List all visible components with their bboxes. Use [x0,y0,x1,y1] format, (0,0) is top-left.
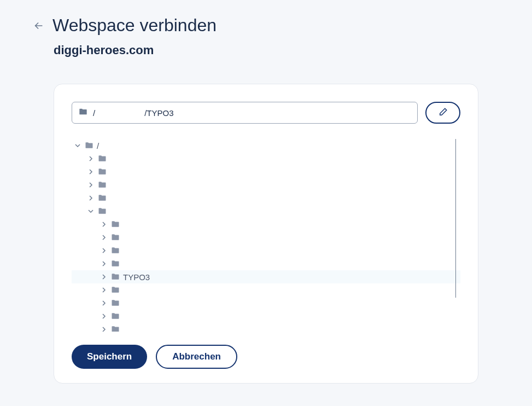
folder-icon [111,312,120,321]
folder-tree: /TYPO3 [72,139,460,332]
folder-icon [111,286,120,295]
chevron-right-icon[interactable] [87,155,95,163]
tree-item[interactable] [72,244,460,257]
chevron-right-icon[interactable] [100,247,108,254]
path-segment: /TYPO3 [144,108,173,118]
folder-icon [111,272,120,282]
page-subtitle: diggi-heroes.com [54,43,499,57]
chevron-right-icon[interactable] [100,234,108,241]
path-prefix: / [93,108,95,118]
save-button[interactable]: Speichern [72,345,147,369]
cancel-button[interactable]: Abbrechen [156,345,237,369]
chevron-right-icon[interactable] [87,168,95,176]
tree-item[interactable] [72,178,460,192]
chevron-right-icon[interactable] [100,273,108,281]
tree-item[interactable] [72,283,460,297]
folder-icon [98,194,107,203]
scrollbar[interactable] [455,139,456,298]
edit-path-button[interactable] [425,102,460,124]
tree-item[interactable] [72,152,460,165]
chevron-right-icon[interactable] [100,299,108,307]
chevron-down-icon[interactable] [74,142,81,149]
tree-item[interactable] [72,165,460,178]
folder-icon [111,233,120,242]
chevron-right-icon[interactable] [100,260,108,268]
chevron-right-icon[interactable] [100,326,108,332]
back-arrow-icon[interactable] [33,20,45,32]
tree-item[interactable] [72,310,460,323]
folder-icon [111,259,120,269]
pencil-icon [438,107,448,119]
webspace-card: / /TYPO3 /TYPO3 Speichern Abbrechen [54,84,478,384]
chevron-down-icon[interactable] [87,207,95,215]
tree-item[interactable] [72,205,460,218]
folder-icon [111,220,120,229]
folder-icon [98,154,107,164]
tree-item[interactable] [72,297,460,310]
tree-item[interactable] [72,218,460,231]
folder-icon [98,181,107,190]
chevron-right-icon[interactable] [100,286,108,294]
folder-icon [98,207,107,216]
tree-item[interactable]: / [72,139,460,152]
folder-icon [85,141,93,150]
tree-item[interactable] [72,257,460,270]
folder-icon [98,167,107,177]
chevron-right-icon[interactable] [87,181,95,189]
path-input[interactable]: / /TYPO3 [72,102,418,124]
page-title: Webspace verbinden [52,15,217,36]
chevron-right-icon[interactable] [100,221,108,228]
folder-icon [111,299,120,308]
folder-icon [79,108,87,118]
folder-icon [111,325,120,332]
tree-item[interactable]: TYPO3 [72,270,460,283]
chevron-right-icon[interactable] [100,312,108,320]
tree-item-label: / [97,141,99,150]
tree-item-label: TYPO3 [123,272,150,282]
tree-item[interactable] [72,192,460,205]
tree-item[interactable] [72,231,460,244]
tree-item[interactable] [72,323,460,332]
folder-icon [111,246,120,256]
chevron-right-icon[interactable] [87,194,95,202]
